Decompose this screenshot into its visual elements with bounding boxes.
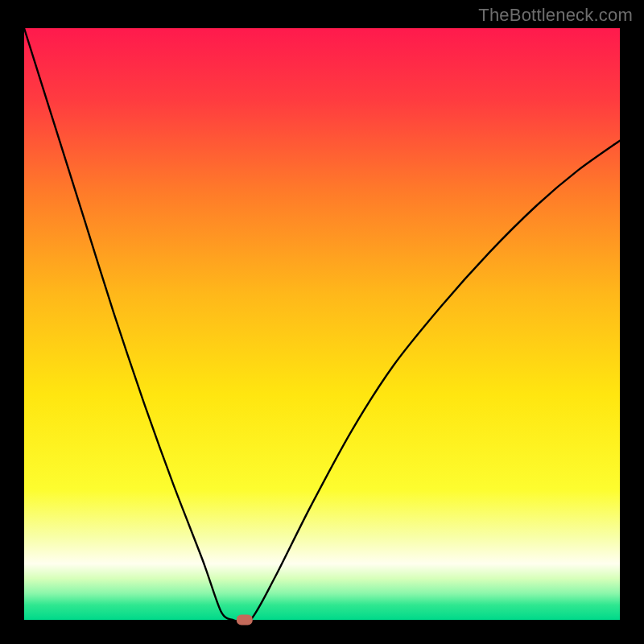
- chart-frame: TheBottleneck.com: [0, 0, 644, 644]
- watermark-text: TheBottleneck.com: [478, 5, 633, 26]
- bottleneck-chart: [0, 0, 644, 644]
- chart-background: [24, 28, 620, 620]
- optimum-marker: [237, 615, 253, 625]
